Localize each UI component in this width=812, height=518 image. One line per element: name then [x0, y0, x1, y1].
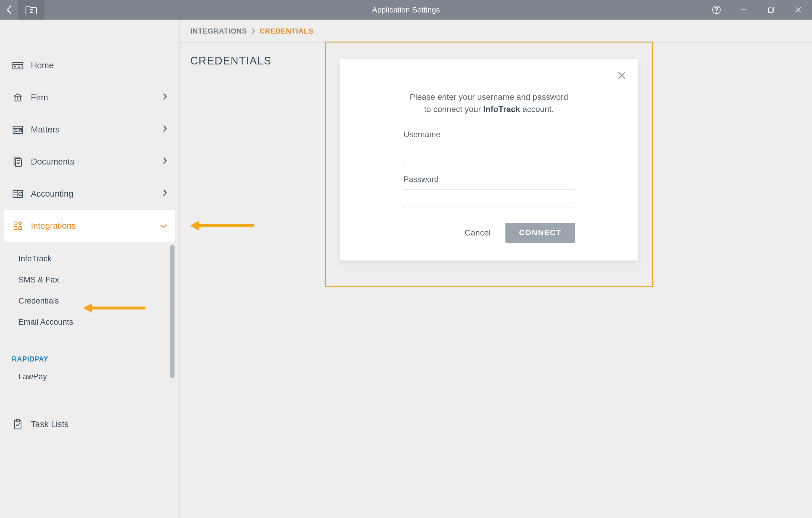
- maximize-button[interactable]: [757, 0, 785, 20]
- svg-rect-10: [18, 66, 22, 66]
- chevron-right-icon: [163, 125, 167, 135]
- sidebar-item-documents[interactable]: Documents: [0, 145, 179, 178]
- window-title: Application Settings: [372, 5, 440, 15]
- content-wrap: INTEGRATIONS CREDENTIALS CREDENTIALS: [179, 20, 812, 518]
- titlebar-left: [0, 0, 45, 20]
- sidebar-subitem-label: SMS & Fax: [19, 275, 59, 284]
- sidebar-item-firm[interactable]: Firm: [0, 81, 179, 113]
- username-label: Username: [403, 130, 575, 139]
- firm-icon: [12, 93, 24, 102]
- svg-rect-34: [19, 227, 22, 229]
- sidebar-subitem-label: InfoTrack: [19, 254, 52, 263]
- sidebar-item-integrations[interactable]: Integrations: [4, 210, 175, 242]
- modal-prompt-line2: to connect your InfoTrack account.: [424, 105, 554, 114]
- svg-rect-4: [768, 8, 773, 12]
- minimize-button[interactable]: [730, 0, 757, 20]
- chevron-down-icon: [160, 221, 167, 231]
- breadcrumb: INTEGRATIONS CREDENTIALS: [179, 20, 812, 43]
- sidebar-item-accounting[interactable]: $ Accounting: [0, 178, 179, 210]
- modal-prompt-pre: Please enter your username and password: [410, 92, 568, 102]
- svg-point-2: [716, 11, 717, 12]
- sidebar-item-label: Matters: [31, 125, 60, 135]
- password-input[interactable]: [403, 190, 575, 208]
- sidebar-item-label: Firm: [31, 93, 48, 103]
- sidebar-subitem-label: LawPay: [19, 372, 47, 381]
- sidebar-subitem-label: Credentials: [19, 296, 59, 305]
- connect-button[interactable]: CONNECT: [505, 223, 575, 243]
- sidebar-item-home[interactable]: Home: [0, 49, 179, 81]
- maximize-icon: [767, 6, 775, 13]
- modal-close-button[interactable]: [617, 71, 626, 81]
- sidebar-subitem-label: Email Accounts: [19, 318, 73, 326]
- sidebar-item-matters[interactable]: Matters: [0, 113, 179, 145]
- accounting-icon: $: [12, 189, 24, 198]
- modal-prompt-post: account.: [520, 105, 554, 114]
- chevron-right-icon: [163, 157, 167, 167]
- annotation-arrow-credentials: [83, 306, 145, 310]
- modal-brand: InfoTrack: [483, 105, 520, 114]
- svg-rect-36: [16, 419, 19, 422]
- svg-rect-20: [19, 130, 22, 132]
- tasklist-icon: [12, 419, 24, 430]
- svg-rect-9: [14, 66, 16, 67]
- sidebar-item-label: Accounting: [31, 189, 74, 199]
- sidebar-subitem-emailaccounts[interactable]: Email Accounts: [12, 311, 167, 333]
- rapidpay-heading: RAPIDPAY: [12, 343, 167, 366]
- svg-rect-28: [14, 192, 17, 193]
- sidebar: Home Firm Matters: [0, 20, 179, 518]
- sidebar-item-tasklists[interactable]: Task Lists: [0, 408, 179, 440]
- help-icon: [712, 5, 721, 15]
- titlebar-right: [703, 0, 812, 20]
- chevron-right-icon: [251, 28, 256, 34]
- svg-rect-18: [14, 130, 17, 130]
- breadcrumb-parent[interactable]: INTEGRATIONS: [190, 27, 247, 35]
- chevron-left-icon: [6, 5, 12, 15]
- svg-rect-29: [14, 194, 17, 195]
- sidebar-item-label: Home: [31, 61, 54, 71]
- folder-icon: [25, 5, 37, 15]
- credentials-modal: Please enter your username and password …: [340, 59, 638, 261]
- password-label: Password: [403, 175, 575, 184]
- minimize-icon: [740, 6, 747, 13]
- scrollbar-thumb[interactable]: [170, 245, 175, 378]
- main: Home Firm Matters: [0, 20, 812, 518]
- svg-rect-33: [14, 227, 17, 229]
- modal-actions: Cancel CONNECT: [403, 223, 575, 243]
- sidebar-item-label: Integrations: [31, 221, 76, 231]
- cancel-button[interactable]: Cancel: [465, 228, 491, 238]
- sidebar-item-label: Task Lists: [31, 419, 68, 429]
- back-button[interactable]: [0, 0, 18, 20]
- integrations-submenu: InfoTrack SMS & Fax Credentials Email Ac…: [12, 242, 167, 343]
- home-icon: [12, 61, 24, 70]
- chevron-right-icon: [163, 93, 167, 103]
- svg-rect-19: [14, 131, 19, 132]
- breadcrumb-current: CREDENTIALS: [260, 27, 314, 35]
- close-icon: [795, 6, 802, 13]
- modal-prompt: Please enter your username and password …: [358, 91, 620, 115]
- app-root: Application Settings: [0, 0, 812, 518]
- close-button[interactable]: [785, 0, 812, 20]
- folder-button[interactable]: [18, 0, 45, 20]
- matters-icon: [12, 125, 24, 134]
- svg-rect-32: [14, 222, 17, 225]
- titlebar: Application Settings: [0, 0, 812, 20]
- sidebar-subitem-infotrack[interactable]: InfoTrack: [12, 248, 167, 269]
- sidebar-subitem-lawpay[interactable]: LawPay: [12, 366, 167, 387]
- chevron-right-icon: [163, 189, 167, 199]
- svg-text:$: $: [20, 192, 21, 196]
- help-button[interactable]: [703, 0, 730, 20]
- svg-rect-11: [18, 67, 21, 68]
- content: CREDENTIALS Please enter your username a…: [179, 43, 812, 518]
- close-icon: [617, 71, 626, 80]
- sidebar-subitem-smsfax[interactable]: SMS & Fax: [12, 269, 167, 291]
- documents-icon: [12, 156, 24, 167]
- sidebar-item-label: Documents: [31, 157, 75, 167]
- username-input[interactable]: [403, 145, 575, 163]
- integrations-icon: [12, 221, 24, 231]
